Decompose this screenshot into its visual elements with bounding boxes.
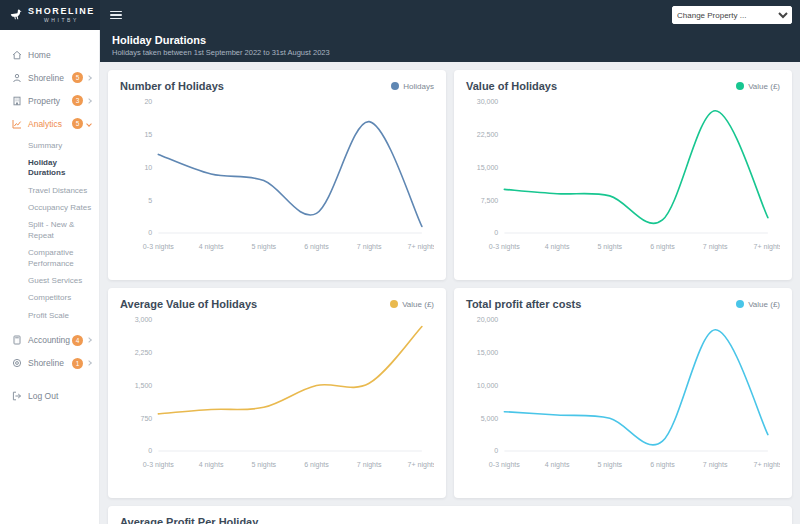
submenu-item-comparative-performance[interactable]: Comparative Performance: [28, 245, 93, 273]
svg-text:15: 15: [144, 131, 152, 138]
lifebuoy-icon: [12, 358, 22, 368]
sidebar-item-accounting[interactable]: Accounting 4: [0, 329, 99, 352]
chart-title: Value of Holidays: [466, 80, 557, 92]
sidebar-item-logout[interactable]: Log Out: [0, 385, 99, 407]
chart-title: Total profit after costs: [466, 298, 581, 310]
line-chart: 07501,5002,2503,0000-3 nights4 nights5 n…: [120, 312, 434, 475]
chevron-down-icon: [86, 121, 92, 127]
submenu-item-travel-distances[interactable]: Travel Distances: [28, 182, 93, 199]
svg-text:6 nights: 6 nights: [650, 461, 675, 469]
home-icon: [12, 50, 22, 60]
legend-label: Value (£): [402, 300, 434, 309]
svg-text:15,000: 15,000: [477, 164, 499, 171]
svg-text:750: 750: [141, 415, 153, 422]
submenu-item-summary[interactable]: Summary: [28, 137, 93, 154]
sidebar-item-label: Log Out: [28, 391, 91, 401]
sidebar-item-label: Shoreline: [28, 73, 72, 83]
svg-text:1,500: 1,500: [135, 382, 153, 389]
svg-text:5: 5: [148, 197, 152, 204]
sidebar-item-property[interactable]: Property 3: [0, 89, 99, 112]
sidebar-item-label: Analytics: [28, 119, 72, 129]
sidebar-item-label: Property: [28, 96, 72, 106]
chevron-right-icon: [86, 337, 92, 343]
notification-badge: 4: [72, 335, 83, 346]
submenu-item-split-new-repeat[interactable]: Split - New & Repeat: [28, 217, 93, 245]
building-icon: [12, 96, 22, 106]
menu-icon[interactable]: [110, 11, 122, 20]
chart-title: Number of Holidays: [120, 80, 224, 92]
sidebar: Home Shoreline 5 Property 3: [0, 30, 100, 524]
submenu-item-profit-scale[interactable]: Profit Scale: [28, 307, 93, 324]
calculator-icon: [12, 335, 22, 345]
svg-text:0-3 nights: 0-3 nights: [143, 243, 174, 251]
line-chart: 05,00010,00015,00020,0000-3 nights4 nigh…: [466, 312, 780, 475]
top-bar: SHORELINE WHITBY Change Property ...: [0, 0, 800, 30]
svg-text:7 nights: 7 nights: [357, 461, 382, 469]
svg-text:0: 0: [148, 230, 152, 237]
submenu-item-competitors[interactable]: Competitors: [28, 290, 93, 307]
page-subtitle: Holidays taken between 1st September 202…: [112, 48, 800, 57]
chart-legend: Value (£): [736, 82, 780, 91]
property-select[interactable]: Change Property ...: [672, 6, 792, 24]
notification-badge: 1: [72, 358, 83, 369]
svg-text:7,500: 7,500: [481, 197, 499, 204]
brand-name: SHORELINE: [28, 7, 95, 16]
brand-subname: WHITBY: [28, 18, 95, 23]
legend-label: Holidays: [403, 82, 434, 91]
sidebar-item-label: Shoreline: [28, 358, 72, 368]
svg-text:7 nights: 7 nights: [703, 461, 728, 469]
chart-legend: Holidays: [391, 82, 434, 91]
submenu-item-holiday-durations[interactable]: Holiday Durations: [28, 154, 93, 182]
chart-card-average-profit: Average Profit Per Holiday: [108, 506, 792, 524]
svg-text:0-3 nights: 0-3 nights: [489, 243, 520, 251]
svg-text:10,000: 10,000: [477, 382, 499, 389]
sidebar-item-analytics[interactable]: Analytics 5: [0, 112, 99, 135]
svg-text:4 nights: 4 nights: [545, 243, 570, 251]
svg-text:3,000: 3,000: [135, 317, 153, 324]
svg-text:5 nights: 5 nights: [597, 243, 622, 251]
legend-dot: [391, 82, 399, 90]
legend-dot: [390, 300, 398, 308]
svg-text:10: 10: [144, 164, 152, 171]
svg-text:15,000: 15,000: [477, 349, 499, 356]
sidebar-item-shoreline[interactable]: Shoreline 5: [0, 66, 99, 89]
sidebar-item-shoreline-2[interactable]: Shoreline 1: [0, 352, 99, 375]
logout-icon: [12, 391, 22, 401]
svg-text:7+ nights: 7+ nights: [407, 243, 434, 251]
chevron-right-icon: [86, 98, 92, 104]
svg-text:4 nights: 4 nights: [545, 461, 570, 469]
main-content: Number of Holidays Holidays 051015200-3 …: [100, 62, 800, 524]
legend-label: Value (£): [748, 82, 780, 91]
svg-text:0-3 nights: 0-3 nights: [143, 461, 174, 469]
svg-text:7+ nights: 7+ nights: [407, 461, 434, 469]
person-icon: [12, 73, 22, 83]
legend-dot: [736, 300, 744, 308]
submenu-item-guest-services[interactable]: Guest Services: [28, 273, 93, 290]
page-header: Holiday Durations Holidays taken between…: [100, 30, 800, 62]
sidebar-item-label: Accounting: [28, 335, 72, 345]
svg-text:2,250: 2,250: [135, 349, 153, 356]
svg-text:4 nights: 4 nights: [199, 243, 224, 251]
analytics-submenu: Summary Holiday Durations Travel Distanc…: [0, 135, 99, 329]
notification-badge: 3: [72, 95, 83, 106]
line-chart: 07,50015,00022,50030,0000-3 nights4 nigh…: [466, 94, 780, 257]
sidebar-item-label: Home: [28, 50, 91, 60]
svg-text:20: 20: [144, 99, 152, 106]
svg-text:5 nights: 5 nights: [251, 461, 276, 469]
chart-legend: Value (£): [390, 300, 434, 309]
svg-text:4 nights: 4 nights: [199, 461, 224, 469]
chart-card-number-of-holidays: Number of Holidays Holidays 051015200-3 …: [108, 70, 446, 280]
svg-text:0: 0: [148, 448, 152, 455]
submenu-item-occupancy-rates[interactable]: Occupancy Rates: [28, 200, 93, 217]
brand-text: SHORELINE WHITBY: [28, 7, 95, 23]
brand-logo: SHORELINE WHITBY: [0, 0, 100, 30]
analytics-icon: [12, 119, 22, 129]
legend-label: Value (£): [748, 300, 780, 309]
sidebar-item-home[interactable]: Home: [0, 44, 99, 66]
notification-badge: 5: [72, 118, 83, 129]
svg-text:30,000: 30,000: [477, 99, 499, 106]
svg-text:0-3 nights: 0-3 nights: [489, 461, 520, 469]
svg-text:5,000: 5,000: [481, 415, 499, 422]
line-chart: 051015200-3 nights4 nights5 nights6 nigh…: [120, 94, 434, 257]
chart-title: Average Profit Per Holiday: [120, 516, 258, 524]
